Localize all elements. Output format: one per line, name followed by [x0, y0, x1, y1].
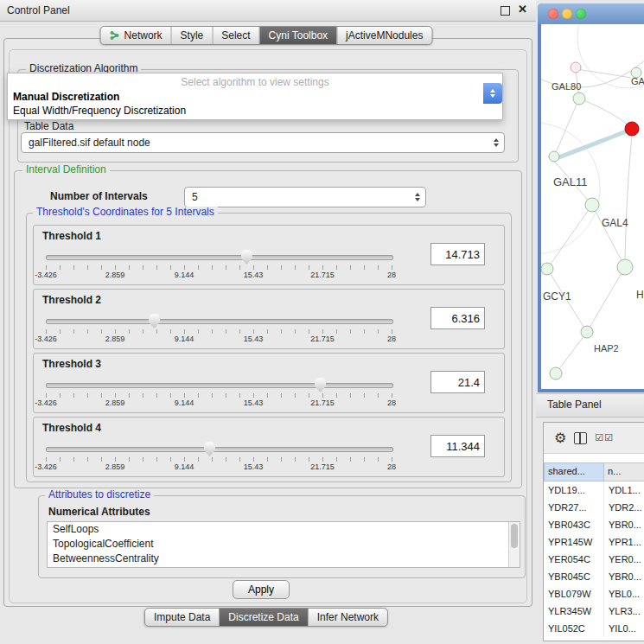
select-columns-icon[interactable]: ☑☑: [595, 433, 614, 443]
mac-close-button[interactable]: [548, 9, 558, 19]
tick-label: 9.144: [175, 399, 194, 407]
cell[interactable]: YDR2...: [604, 499, 644, 516]
cell[interactable]: YDR27...: [544, 499, 604, 516]
cell[interactable]: YIL052C: [544, 620, 604, 637]
apply-button[interactable]: Apply: [233, 580, 290, 599]
tick-label: -3.426: [35, 271, 57, 279]
tab-network[interactable]: Network: [101, 27, 172, 44]
table-row[interactable]: YDR27...YDR2...: [544, 499, 644, 516]
threshold-2-slider-thumb[interactable]: [149, 314, 160, 328]
cell[interactable]: YER0...: [604, 551, 644, 568]
table-row[interactable]: YBR043CYBR0...: [544, 516, 644, 533]
tick-label: 15.43: [244, 462, 264, 471]
network-view-window: GAL80 GA GAL11 GAL4 GCY1 H HAP2: [538, 3, 644, 392]
network-node[interactable]: [617, 259, 633, 275]
tick-label: 9.144: [175, 271, 194, 279]
cell[interactable]: YPR1...: [604, 533, 644, 551]
tab-discretize-data-label: Discretize Data: [228, 611, 298, 623]
threshold-4-value-field[interactable]: [430, 435, 485, 457]
cell[interactable]: YBR0...: [604, 516, 644, 533]
table-body: YDL19...YDL1... YDR27...YDR2... YBR043CY…: [544, 481, 644, 637]
close-icon[interactable]: ✕: [518, 3, 527, 16]
cell[interactable]: YDL1...: [604, 481, 644, 499]
list-item[interactable]: TopologicalCoefficient: [48, 537, 520, 552]
threshold-3-label: Threshold 3: [42, 358, 101, 370]
attributes-group-title: Attributes to discretize: [45, 489, 154, 501]
cell[interactable]: YLR345W: [544, 603, 604, 620]
tab-jactivemnodules[interactable]: jActiveMNodules: [337, 27, 431, 44]
threshold-2-value-field[interactable]: [430, 307, 485, 329]
table-row[interactable]: YLR345WYLR3...: [544, 603, 644, 620]
gear-icon[interactable]: ⚙: [554, 431, 566, 445]
column-header-name[interactable]: n...: [604, 462, 644, 481]
network-node[interactable]: [571, 62, 581, 73]
cell[interactable]: YLR3...: [604, 603, 644, 620]
table-header-row: shared... n...: [544, 462, 644, 481]
table-row[interactable]: YER054CYER0...: [544, 551, 644, 568]
cell[interactable]: YBR0...: [604, 568, 644, 585]
combo-stepper-icon[interactable]: [483, 83, 502, 104]
cell[interactable]: YER054C: [544, 551, 604, 568]
network-node[interactable]: [581, 326, 593, 338]
tick-label: 21.715: [310, 335, 335, 343]
network-node[interactable]: [585, 198, 599, 212]
tab-select-label: Select: [221, 29, 250, 41]
cell[interactable]: YBR043C: [544, 516, 604, 533]
cell[interactable]: YPR145W: [544, 533, 604, 551]
algorithm-option-manual[interactable]: Manual Discretization: [13, 91, 119, 103]
tab-discretize-data[interactable]: Discretize Data: [220, 609, 308, 626]
float-window-icon[interactable]: [501, 6, 510, 16]
table-data-value: galFiltered.sif default node: [29, 137, 150, 149]
table-row[interactable]: YPR145WYPR1...: [544, 533, 644, 551]
tick-label: 9.144: [175, 462, 194, 471]
columns-icon[interactable]: [574, 432, 587, 444]
mac-zoom-button[interactable]: [576, 9, 586, 19]
table-row[interactable]: YDL19...YDL1...: [544, 481, 644, 499]
tab-infer-network[interactable]: Infer Network: [309, 609, 387, 626]
cell[interactable]: YBR045C: [544, 568, 604, 585]
list-item[interactable]: SelfLoops: [48, 522, 520, 537]
cell[interactable]: YDL19...: [544, 481, 604, 499]
threshold-3-slider[interactable]: [46, 383, 393, 388]
network-node[interactable]: [573, 92, 585, 105]
threshold-4-slider-thumb[interactable]: [204, 442, 215, 456]
table-row[interactable]: YBL079WYBL0...: [544, 585, 644, 603]
mac-minimize-button[interactable]: [562, 9, 572, 19]
thresholds-group-title: Threshold's Coordinates for 5 Intervals: [33, 207, 218, 218]
table-row[interactable]: YIL052CYIL0...: [544, 620, 644, 637]
network-node[interactable]: [549, 151, 559, 162]
cell[interactable]: YIL0...: [604, 620, 644, 637]
node-label: H: [636, 289, 644, 301]
threshold-3-value-field[interactable]: [430, 371, 485, 393]
threshold-4-slider[interactable]: [46, 447, 393, 452]
network-node[interactable]: [541, 263, 553, 275]
tick-label: -3.426: [35, 335, 57, 343]
number-of-intervals-combobox[interactable]: 5: [184, 187, 426, 207]
threshold-2-slider[interactable]: [46, 319, 393, 324]
tab-jactivemnodules-label: jActiveMNodules: [346, 29, 423, 41]
tab-cyni-toolbox[interactable]: Cyni Toolbox: [260, 27, 337, 44]
tab-select[interactable]: Select: [213, 27, 259, 44]
cell[interactable]: YBL0...: [604, 585, 644, 603]
threshold-1-value-field[interactable]: [430, 243, 485, 265]
tick-label: 15.43: [244, 335, 264, 343]
network-node[interactable]: [550, 367, 562, 379]
tab-impute-data[interactable]: Impute Data: [145, 609, 220, 626]
tick-label: 21.715: [310, 399, 335, 407]
tab-style[interactable]: Style: [172, 27, 214, 44]
scrollbar-thumb[interactable]: [511, 524, 518, 548]
table-row[interactable]: YBR045CYBR0...: [544, 568, 644, 585]
threshold-3-slider-thumb[interactable]: [315, 378, 326, 392]
network-canvas[interactable]: GAL80 GA GAL11 GAL4 GCY1 H HAP2: [541, 24, 644, 389]
list-scrollbar[interactable]: [508, 522, 520, 567]
table-data-combobox[interactable]: galFiltered.sif default node: [21, 132, 505, 153]
threshold-1-slider-thumb[interactable]: [241, 250, 252, 265]
list-item[interactable]: BetweennessCentrality: [48, 552, 520, 566]
tick-label: 21.715: [310, 271, 335, 279]
algorithm-option-equal-width[interactable]: Equal Width/Frequency Discretization: [13, 105, 186, 117]
threshold-1-slider[interactable]: [46, 255, 393, 260]
network-window-titlebar[interactable]: [538, 3, 644, 24]
column-header-shared-name[interactable]: shared...: [544, 462, 604, 481]
cell[interactable]: YBL079W: [544, 585, 604, 603]
selected-network-node[interactable]: [625, 122, 639, 136]
